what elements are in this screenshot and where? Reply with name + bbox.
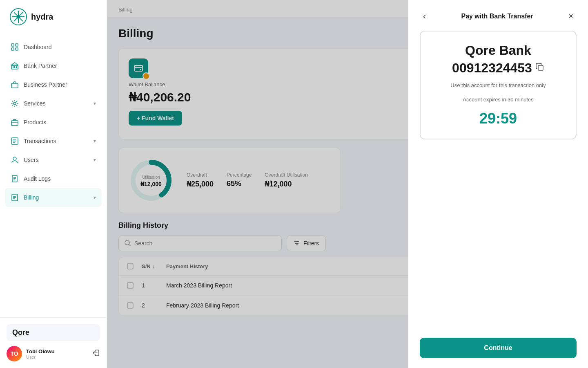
sidebar-item-users[interactable]: Users ▾ [5,150,102,169]
svg-point-20 [13,102,16,105]
svg-rect-12 [11,48,14,50]
document-icon [11,175,19,183]
chevron-down-icon: ▾ [94,138,96,144]
list-icon [11,137,19,145]
svg-rect-10 [11,44,14,46]
svg-rect-43 [538,65,543,70]
sidebar-item-label: Dashboard [24,44,52,50]
sidebar-logo: hydra [0,0,107,38]
modal-overlay: ‹ Pay with Bank Transfer × Qore Bank 009… [107,0,588,368]
sidebar-item-label: Business Partner [24,81,67,88]
sidebar-item-bank-partner[interactable]: Bank Partner [5,56,102,75]
modal-title: Pay with Bank Transfer [461,13,533,20]
box-icon [11,118,19,126]
sidebar-item-billing[interactable]: Billing ▾ [5,188,102,207]
account-number: 00912324453 [452,61,532,76]
user-info: Tobi Olowu User [26,348,88,359]
svg-rect-13 [16,48,18,50]
svg-rect-16 [13,66,13,68]
user-name: Tobi Olowu [26,348,88,355]
main-content: Billing Billing ↑ 3.4% Wallet Ballance ₦… [107,0,588,368]
sidebar-item-label: Services [24,100,46,107]
svg-line-9 [14,18,17,21]
sidebar-bottom: Qore TO Tobi Olowu User [0,317,107,368]
receipt-icon [11,193,19,202]
grid-icon [11,43,19,51]
app-name: hydra [31,12,53,22]
svg-rect-11 [16,44,18,46]
svg-line-6 [14,12,17,15]
bank-name: Qore Bank [430,43,566,58]
svg-rect-17 [14,66,15,68]
svg-point-26 [13,157,16,160]
person-icon [11,156,19,164]
chevron-down-icon: ▾ [94,101,96,106]
avatar: TO [7,346,22,361]
sidebar-item-label: Audit Logs [24,175,51,182]
sidebar-item-business-partner[interactable]: Business Partner [5,75,102,94]
user-role: User [26,355,88,359]
svg-rect-21 [11,121,18,126]
org-name: Qore [7,324,100,341]
bank-note-line2: Account expires in 30 minutes [430,96,566,104]
sidebar-item-label: Bank Partner [24,63,57,69]
chevron-down-icon: ▾ [94,157,96,163]
svg-rect-19 [11,83,18,88]
briefcase-icon [11,81,19,89]
svg-point-1 [16,15,20,19]
modal-close-button[interactable]: × [565,10,577,22]
svg-marker-15 [11,63,18,65]
bank-account: 00912324453 [430,61,566,76]
sidebar-item-label: Transactions [24,138,56,144]
continue-button[interactable]: Continue [420,338,577,358]
sidebar-item-services[interactable]: Services ▾ [5,94,102,113]
bank-note-line1: Use this account for this transaction on… [430,81,566,90]
bank-icon [11,62,19,70]
sidebar: hydra Dashboard Bank Partner Business Pa… [0,0,107,368]
hydra-logo-icon [10,8,27,25]
sidebar-item-dashboard[interactable]: Dashboard [5,38,102,56]
svg-line-8 [20,12,23,15]
timer: 29:59 [430,110,566,127]
svg-rect-18 [16,66,17,68]
copy-icon[interactable] [535,63,544,74]
modal-top-nav: ‹ Pay with Bank Transfer × [420,10,577,22]
bank-card: Qore Bank 00912324453 Use this account f… [420,31,577,139]
chevron-down-icon: ▾ [94,195,96,200]
nav-items: Dashboard Bank Partner Business Partner … [0,38,107,317]
sidebar-item-label: Products [24,119,46,126]
logout-button[interactable] [92,349,100,359]
gear-icon [11,99,19,108]
sidebar-item-products[interactable]: Products [5,113,102,132]
sidebar-item-label: Billing [24,194,39,201]
sidebar-item-audit-logs[interactable]: Audit Logs [5,169,102,188]
sidebar-item-transactions[interactable]: Transactions ▾ [5,132,102,150]
user-row: TO Tobi Olowu User [7,346,100,361]
sidebar-item-label: Users [24,157,39,163]
modal-back-button[interactable]: ‹ [420,10,429,22]
modal-panel: ‹ Pay with Bank Transfer × Qore Bank 009… [408,0,588,368]
svg-line-7 [20,18,23,21]
